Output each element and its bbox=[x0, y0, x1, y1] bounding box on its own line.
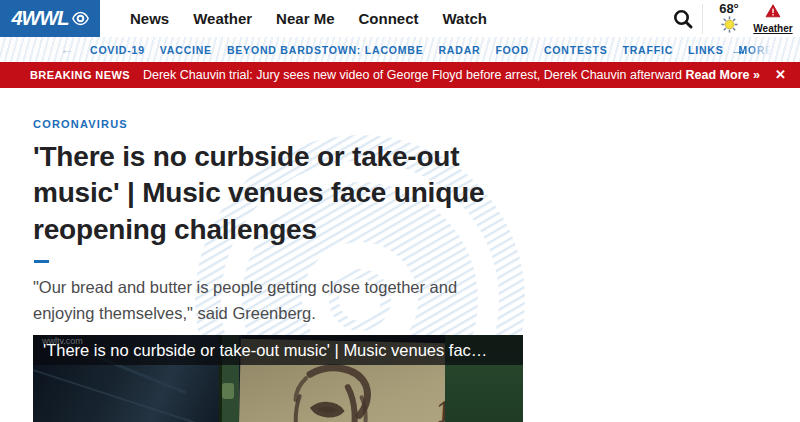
breaking-news-text: Derek Chauvin trial: Jury sees new video… bbox=[143, 68, 682, 82]
topic-radar[interactable]: RADAR bbox=[438, 44, 480, 56]
article: CORONAVIRUS 'There is no curbside or tak… bbox=[33, 118, 533, 326]
weather-alert-widget[interactable]: Weather bbox=[752, 4, 794, 34]
article-subheadline: "Our bread and butter is people getting … bbox=[33, 274, 503, 326]
station-logo[interactable]: 4WWL bbox=[0, 0, 100, 37]
video-caption-text: 'There is no curbside or take-out music'… bbox=[43, 341, 515, 360]
search-icon[interactable] bbox=[671, 7, 695, 31]
weather-alert-label: Weather bbox=[752, 23, 794, 34]
breaking-news-bar: BREAKING NEWS Derek Chauvin trial: Jury … bbox=[0, 62, 800, 88]
category-link[interactable]: CORONAVIRUS bbox=[33, 118, 533, 130]
face-sketch-drawing bbox=[268, 355, 401, 422]
temperature-value: 68° bbox=[712, 2, 746, 16]
cbs-eye-icon bbox=[72, 10, 89, 27]
topics-scroll-left-icon[interactable]: ← bbox=[60, 37, 74, 62]
close-icon[interactable]: ✕ bbox=[771, 62, 790, 88]
topics-scroll-right-icon[interactable]: → bbox=[730, 37, 745, 62]
video-player[interactable]: 1980 'There is no curbside or take-out m… bbox=[33, 335, 523, 422]
breaking-news-message[interactable]: Derek Chauvin trial: Jury sees new video… bbox=[143, 68, 760, 82]
headline-accent-dash bbox=[34, 260, 49, 263]
breaking-news-label: BREAKING NEWS bbox=[30, 69, 130, 81]
alert-triangle-icon bbox=[765, 4, 781, 18]
site-header: 4WWL News Weather Near Me Connect Watch … bbox=[0, 0, 800, 37]
station-url-watermark: wwltv.com bbox=[42, 336, 83, 346]
page: 4WWL News Weather Near Me Connect Watch … bbox=[0, 0, 800, 422]
topics-bar: ← COVID-19 VACCINE BEYOND BARDSTOWN: LAC… bbox=[0, 37, 800, 62]
video-post-handle bbox=[222, 383, 234, 399]
topic-traffic[interactable]: TRAFFIC bbox=[623, 44, 674, 56]
read-more-link[interactable]: Read More » bbox=[686, 68, 760, 82]
topic-covid-19[interactable]: COVID-19 bbox=[90, 44, 145, 56]
topics-items: COVID-19 VACCINE BEYOND BARDSTOWN: LACOM… bbox=[90, 37, 773, 62]
nav-item-connect[interactable]: Connect bbox=[358, 10, 418, 27]
nav-item-news[interactable]: News bbox=[130, 10, 169, 27]
nav-item-near-me[interactable]: Near Me bbox=[276, 10, 334, 27]
sun-icon bbox=[721, 16, 738, 33]
main-nav: News Weather Near Me Connect Watch bbox=[130, 0, 487, 37]
article-headline: 'There is no curbside or take-out music'… bbox=[33, 139, 521, 248]
topic-beyond-bardstown[interactable]: BEYOND BARDSTOWN: LACOMBE bbox=[227, 44, 424, 56]
nav-item-weather[interactable]: Weather bbox=[193, 10, 252, 27]
topic-contests[interactable]: CONTESTS bbox=[544, 44, 608, 56]
weather-temperature-widget[interactable]: 68° bbox=[712, 2, 746, 37]
header-divider bbox=[702, 4, 703, 34]
topic-links[interactable]: LINKS bbox=[688, 44, 724, 56]
video-caption-bar: 'There is no curbside or take-out music'… bbox=[33, 335, 523, 365]
topic-food[interactable]: FOOD bbox=[495, 44, 529, 56]
station-logo-text: 4WWL bbox=[11, 7, 68, 30]
topic-vaccine[interactable]: VACCINE bbox=[160, 44, 212, 56]
nav-item-watch[interactable]: Watch bbox=[442, 10, 486, 27]
